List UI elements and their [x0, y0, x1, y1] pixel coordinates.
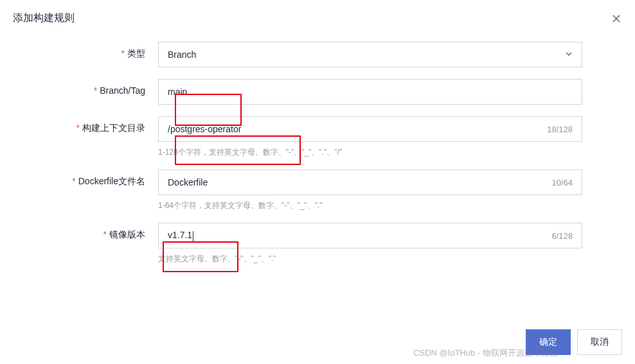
ok-button[interactable]: 确定 — [526, 329, 571, 355]
context-help: 1-128个字符，支持英文字母、数字、"-"、"_"、"."、"/" — [158, 147, 582, 158]
version-input[interactable]: v1.7.1 6/128 — [158, 223, 582, 248]
dialog-footer: 确定 取消 — [526, 329, 622, 355]
type-select[interactable]: Branch — [158, 42, 582, 67]
chevron-down-icon — [565, 49, 573, 60]
required-star: * — [94, 85, 97, 96]
cancel-button[interactable]: 取消 — [577, 329, 622, 355]
dialog-title: 添加构建规则 — [13, 12, 75, 25]
row-type: *类型 Branch — [17, 42, 618, 67]
label-dockerfile: *Dockerfile文件名 — [17, 169, 158, 187]
close-icon[interactable] — [611, 13, 622, 24]
dockerfile-input[interactable]: Dockerfile 10/64 — [158, 169, 582, 195]
branch-value: main — [168, 87, 573, 97]
form-body: *类型 Branch *Branch/Tag main *构建上下文目录 — [0, 35, 635, 264]
row-version: *镜像版本 v1.7.1 6/128 支持英文字母、数字、"-"、"_"、"." — [17, 223, 618, 264]
context-value: /postgres-operator — [168, 124, 547, 134]
type-value: Branch — [168, 49, 196, 60]
version-value: v1.7.1 — [168, 230, 551, 241]
context-input[interactable]: /postgres-operator 18/128 — [158, 116, 582, 142]
row-context: *构建上下文目录 /postgres-operator 18/128 1-128… — [17, 116, 618, 158]
required-star: * — [76, 123, 80, 133]
row-branch: *Branch/Tag main — [17, 79, 618, 105]
dockerfile-help: 1-64个字符，支持英文字母、数字、"-"、"_"、"." — [158, 200, 582, 211]
dockerfile-value: Dockerfile — [168, 177, 551, 187]
label-context: *构建上下文目录 — [17, 116, 158, 134]
dialog-header: 添加构建规则 — [0, 0, 635, 35]
version-char-counter: 6/128 — [551, 231, 573, 241]
label-type: *类型 — [17, 42, 158, 60]
context-char-counter: 18/128 — [547, 125, 573, 134]
row-dockerfile: *Dockerfile文件名 Dockerfile 10/64 1-64个字符，… — [17, 169, 618, 211]
version-help: 支持英文字母、数字、"-"、"_"、"." — [158, 254, 582, 264]
label-version: *镜像版本 — [17, 223, 158, 241]
required-star: * — [121, 48, 125, 58]
required-star: * — [103, 229, 107, 239]
label-branch: *Branch/Tag — [17, 79, 158, 96]
branch-input[interactable]: main — [158, 79, 582, 105]
required-star: * — [72, 176, 75, 186]
dockerfile-char-counter: 10/64 — [551, 178, 573, 187]
